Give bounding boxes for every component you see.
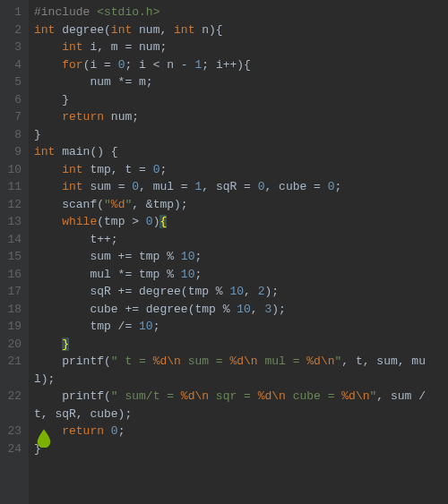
code-line: cube += degree(tmp % 10, 3);: [34, 301, 443, 319]
line-number: 24: [4, 440, 22, 458]
line-number: 1: [4, 4, 22, 21]
code-line: scanf("%d", &tmp);: [34, 196, 443, 214]
line-number: 11: [4, 178, 22, 196]
code-line: while(tmp > 0){: [34, 213, 443, 231]
code-line: num *= m;: [34, 73, 443, 91]
code-line: int tmp, t = 0;: [34, 161, 443, 179]
line-number: 8: [4, 126, 22, 144]
line-number: 13: [4, 213, 22, 231]
line-number: 4: [4, 56, 22, 74]
code-line: int degree(int num, int n){: [34, 21, 443, 39]
code-area[interactable]: #include <stdio.h> int degree(int num, i…: [29, 0, 448, 504]
code-line: t++;: [34, 231, 443, 249]
line-number: 3: [4, 38, 22, 56]
line-number: 5: [4, 73, 22, 91]
line-number: 12: [4, 196, 22, 214]
line-number: 21: [4, 353, 22, 388]
code-line: for(i = 0; i < n - 1; i++){: [34, 56, 443, 74]
line-number: 10: [4, 161, 22, 179]
code-line: sum += tmp % 10;: [34, 248, 443, 266]
code-editor: 1 2 3 4 5 6 7 8 9 10 11 12 13 14 15 16 1…: [0, 0, 448, 504]
code-line: int sum = 0, mul = 1, sqR = 0, cube = 0;: [34, 178, 443, 196]
line-number: 16: [4, 266, 22, 284]
line-number: 15: [4, 248, 22, 266]
code-line: return 0;: [34, 423, 443, 440]
line-number: 2: [4, 21, 22, 39]
matched-brace-close: }: [62, 337, 69, 351]
code-line: #include <stdio.h>: [34, 4, 443, 21]
code-line: mul *= tmp % 10;: [34, 266, 443, 284]
code-line: }: [34, 126, 443, 144]
line-number: 17: [4, 283, 22, 301]
line-number: 9: [4, 143, 22, 161]
line-number: 7: [4, 108, 22, 126]
code-line: int main() {: [34, 143, 443, 161]
code-line: }: [34, 336, 443, 354]
code-line: int i, m = num;: [34, 38, 443, 56]
code-line: }: [34, 91, 443, 109]
code-line: printf(" sum/t = %d\n sqr = %d\n cube = …: [34, 388, 443, 423]
line-number: 20: [4, 336, 22, 354]
matched-brace-open: {: [159, 215, 167, 228]
line-number: 18: [4, 301, 22, 319]
line-number: 22: [4, 388, 22, 423]
code-line: sqR += degree(tmp % 10, 2);: [34, 283, 443, 301]
code-line: printf(" t = %d\n sum = %d\n mul = %d\n"…: [34, 353, 443, 388]
drop-icon: [36, 428, 52, 448]
code-line: }: [34, 440, 443, 458]
line-number: 23: [4, 423, 22, 440]
line-number-gutter: 1 2 3 4 5 6 7 8 9 10 11 12 13 14 15 16 1…: [0, 0, 29, 504]
code-line: return num;: [34, 108, 443, 126]
line-number: 19: [4, 318, 22, 336]
code-line: tmp /= 10;: [34, 318, 443, 336]
line-number: 14: [4, 231, 22, 249]
line-number: 6: [4, 91, 22, 109]
